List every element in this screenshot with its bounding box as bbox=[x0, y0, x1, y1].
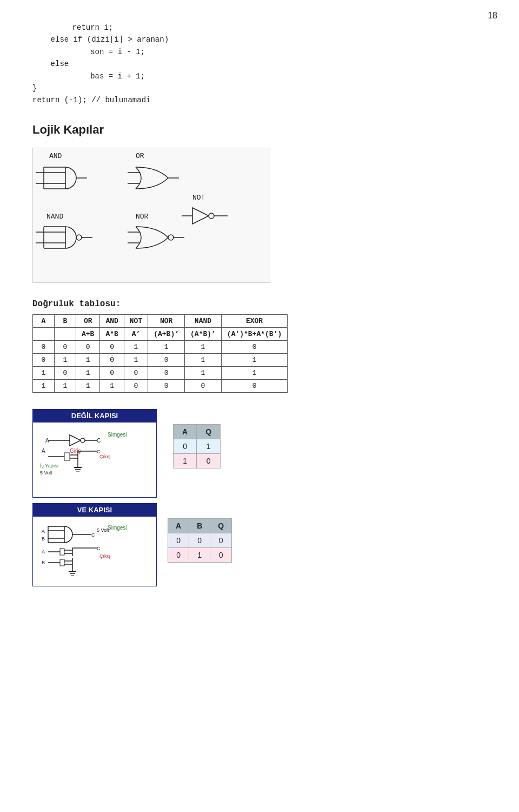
degil-kapisi-svg: Simgesi C A Giriş A bbox=[37, 427, 151, 492]
svg-text:Çıkış: Çıkış bbox=[99, 454, 111, 459]
code-line-7: return (-1); // bulunamadi bbox=[32, 94, 487, 106]
svg-rect-40 bbox=[64, 453, 70, 460]
th-degil-a: A bbox=[174, 424, 197, 439]
svg-text:5 Volt: 5 Volt bbox=[40, 470, 52, 476]
code-line-2: else if (dizi[i] > aranan) bbox=[32, 34, 487, 45]
ve-row1-a: 0 bbox=[168, 533, 189, 547]
th-nand2: (A*B)’ bbox=[185, 327, 222, 340]
th-or: OR bbox=[76, 314, 100, 327]
svg-text:A: A bbox=[42, 529, 45, 534]
bottom-section: DEĞİL KAPISI Simgesi C A Giriş A bbox=[32, 409, 487, 498]
section-title: Lojik Kapılar bbox=[32, 123, 487, 137]
th-and2: A*B bbox=[100, 327, 124, 340]
svg-marker-12 bbox=[192, 208, 209, 224]
th-ve-b: B bbox=[189, 518, 210, 533]
svg-text:İç Yapısı: İç Yapısı bbox=[40, 463, 58, 468]
th-not2: A’ bbox=[124, 327, 148, 340]
degil-kapisi-content: Simgesi C A Giriş A bbox=[32, 422, 157, 498]
degil-row1-a: 0 bbox=[174, 439, 197, 453]
ve-row2-a: 0 bbox=[168, 547, 189, 562]
svg-text:B: B bbox=[42, 560, 45, 565]
th-degil-q: Q bbox=[197, 424, 221, 439]
th-nor: NOR bbox=[148, 314, 185, 327]
truth-table: A B OR AND NOT NOR NAND EXOR A+B A*B A’ … bbox=[32, 314, 288, 393]
degil-kapisi-title: DEĞİL KAPISI bbox=[32, 409, 157, 422]
svg-rect-73 bbox=[60, 559, 64, 566]
svg-point-26 bbox=[168, 235, 174, 240]
code-line-4: else bbox=[32, 58, 487, 70]
th-or2: A+B bbox=[76, 327, 100, 340]
svg-text:C: C bbox=[97, 546, 101, 551]
degil-row2-q: 0 bbox=[197, 453, 221, 468]
svg-text:A: A bbox=[42, 549, 45, 554]
gates-diagram: AND OR NOT NAND bbox=[32, 148, 270, 283]
th-exor2: (A’)*B+A*(B’) bbox=[221, 327, 287, 340]
ve-row1-b: 0 bbox=[189, 533, 210, 547]
svg-text:C: C bbox=[91, 532, 95, 538]
ve-kapisi-title: VE KAPISI bbox=[32, 503, 157, 517]
svg-text:Simgesi: Simgesi bbox=[108, 525, 127, 531]
or-label: OR bbox=[136, 152, 144, 160]
th-exor: EXOR bbox=[221, 314, 287, 327]
code-block: return i; else if (dizi[i] > aranan) son… bbox=[32, 22, 487, 107]
truth-table-title: Doğruluk tablosu: bbox=[32, 299, 487, 309]
svg-rect-67 bbox=[60, 549, 64, 555]
ve-row1-q: 0 bbox=[210, 533, 232, 547]
degil-kapisi-box: DEĞİL KAPISI Simgesi C A Giriş A bbox=[32, 409, 157, 498]
nand-label: NAND bbox=[46, 213, 63, 221]
not-label: NOT bbox=[192, 194, 205, 202]
svg-text:Çıkış: Çıkış bbox=[99, 553, 111, 559]
nor-label: NOR bbox=[136, 213, 149, 221]
svg-point-22 bbox=[76, 235, 82, 240]
th-b: B bbox=[55, 314, 76, 327]
svg-text:A: A bbox=[42, 448, 45, 454]
svg-marker-32 bbox=[70, 435, 81, 446]
gates-svg: AND OR NOT NAND bbox=[33, 148, 271, 283]
degil-row2-a: 1 bbox=[174, 453, 197, 468]
code-line-5: bas = i + 1; bbox=[54, 70, 487, 82]
ve-kapisi-svg: Simgesi A B C 5 Volt A bbox=[37, 521, 151, 580]
th-a: A bbox=[33, 314, 55, 327]
ve-kapisi-content: Simgesi A B C 5 Volt A bbox=[32, 517, 157, 586]
ve-row2-b: 1 bbox=[189, 547, 210, 562]
svg-text:C: C bbox=[97, 449, 101, 454]
th-nor2: (A+B)’ bbox=[148, 327, 185, 340]
th-ve-q: Q bbox=[210, 518, 232, 533]
ve-truth-table-wrapper: A B Q 0 0 0 0 1 0 bbox=[168, 518, 232, 563]
th-not: NOT bbox=[124, 314, 148, 327]
th-ve-a: A bbox=[168, 518, 189, 533]
degil-row1-q: 1 bbox=[197, 439, 221, 453]
table-row: 01101011 bbox=[33, 353, 288, 366]
ve-kapisi-box: VE KAPISI Simgesi A B C 5 Volt bbox=[32, 503, 157, 586]
table-row: 11110000 bbox=[33, 379, 288, 392]
table-row: 10100011 bbox=[33, 366, 288, 379]
th-b2 bbox=[55, 327, 76, 340]
th-and: AND bbox=[100, 314, 124, 327]
svg-text:B: B bbox=[42, 536, 45, 542]
code-line-6: } bbox=[32, 82, 487, 94]
svg-text:5 Volt: 5 Volt bbox=[97, 527, 109, 533]
ve-row2-q: 0 bbox=[210, 547, 232, 562]
degil-truth-table-wrapper: A Q 0 1 1 0 bbox=[168, 424, 221, 498]
code-line-3: son = i - 1; bbox=[54, 46, 487, 58]
svg-text:A: A bbox=[45, 438, 49, 444]
svg-text:Simgesi: Simgesi bbox=[108, 432, 127, 438]
and-label: AND bbox=[49, 152, 62, 160]
degil-truth-table: A Q 0 1 1 0 bbox=[173, 424, 221, 468]
code-line-1: return i; bbox=[54, 22, 487, 34]
ve-truth-table: A B Q 0 0 0 0 1 0 bbox=[168, 518, 232, 563]
th-nand: NAND bbox=[185, 314, 222, 327]
th-a2 bbox=[33, 327, 55, 340]
svg-text:C: C bbox=[97, 438, 101, 444]
ve-kapisi-section: VE KAPISI Simgesi A B C 5 Volt bbox=[32, 503, 487, 586]
table-row: 00001110 bbox=[33, 340, 288, 353]
page-number: 18 bbox=[488, 11, 497, 21]
